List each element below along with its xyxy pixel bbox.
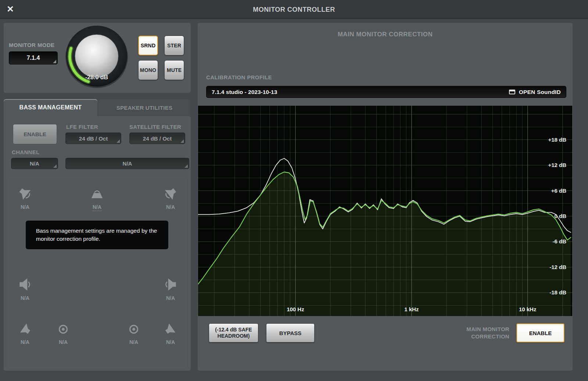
speaker-top-right: N/A xyxy=(126,322,141,345)
mute-button[interactable]: MUTE xyxy=(164,60,184,80)
correction-enable-button[interactable]: ENABLE xyxy=(516,323,564,342)
speaker-top-left-icon xyxy=(55,322,71,337)
svg-text:1 kHz: 1 kHz xyxy=(404,306,419,312)
lfe-filter-select: 24 dB / Oct xyxy=(65,133,121,144)
safe-headroom-button[interactable]: (-12.4 dB SAFE HEADROOM) xyxy=(209,323,258,342)
satellite-filter-value: 24 dB / Oct xyxy=(143,135,172,142)
svg-text:-12 dB: -12 dB xyxy=(549,264,566,270)
channel-value: N/A xyxy=(30,160,39,167)
dropdown-corner-icon xyxy=(53,60,56,63)
speaker-channel-label: N/A xyxy=(166,339,175,345)
svg-text:+6 dB: +6 dB xyxy=(551,188,566,194)
speaker-channel-label: N/A xyxy=(93,204,101,211)
title-bar: ✕ MONITOR CONTROLLER xyxy=(0,0,588,19)
speaker-center-icon xyxy=(89,186,105,202)
speaker-channel-label: N/A xyxy=(166,295,175,301)
tab-bass-management[interactable]: BASS MANAGEMENT xyxy=(4,99,97,116)
channel-label: CHANNEL xyxy=(12,149,39,155)
speaker-rear-left-icon xyxy=(17,322,33,337)
speaker-rear-right: N/A xyxy=(163,322,178,345)
satellite-filter-select: 24 dB / Oct xyxy=(129,133,185,144)
profile-name: 7.1.4 studio - 2023-10-13 xyxy=(212,89,509,95)
app-window-icon xyxy=(509,90,515,94)
monitor-mode-value: 7.1.4 xyxy=(27,55,40,61)
mono-button[interactable]: MONO xyxy=(138,60,158,80)
speaker-top-right-icon xyxy=(126,322,141,337)
satellite-filter-label: SATELLITE FILTER xyxy=(129,124,181,130)
svg-text:0 dB: 0 dB xyxy=(554,213,566,219)
ster-button[interactable]: STER xyxy=(164,36,184,55)
calibration-profile-select[interactable]: 7.1.4 studio - 2023-10-13 OPEN SoundID xyxy=(206,86,566,98)
lfe-filter-value: 24 dB / Oct xyxy=(79,135,108,142)
calibration-profile-label: CALIBRATION PROFILE xyxy=(206,74,272,80)
crossover-select: N/A xyxy=(65,158,189,169)
speaker-channel-label: N/A xyxy=(166,204,175,210)
monitor-mode-label: MONITOR MODE xyxy=(9,42,55,48)
main-correction-panel: MAIN MONITOR CORRECTION CALIBRATION PROF… xyxy=(198,23,573,371)
main-monitor-correction-label: MAIN MONITOR CORRECTION xyxy=(440,326,509,340)
bypass-button[interactable]: BYPASS xyxy=(266,323,315,342)
channel-select: N/A xyxy=(11,158,58,169)
speaker-front-left-icon xyxy=(17,185,33,202)
speaker-channel-label: N/A xyxy=(129,339,138,345)
speaker-side-right-icon xyxy=(162,276,179,293)
speaker-rear-left: N/A xyxy=(17,322,33,345)
bass-enable-button: ENABLE xyxy=(13,124,57,144)
speaker-side-left-icon xyxy=(17,276,33,293)
correction-title: MAIN MONITOR CORRECTION xyxy=(198,31,573,38)
speaker-channel-label: N/A xyxy=(59,339,68,345)
svg-text:-18 dB: -18 dB xyxy=(549,289,566,295)
knob-cap xyxy=(75,35,118,78)
svg-text:+18 dB: +18 dB xyxy=(548,137,566,143)
dropdown-corner-icon xyxy=(53,164,57,168)
speaker-top-left: N/A xyxy=(55,322,71,345)
svg-text:+12 dB: +12 dB xyxy=(548,162,566,168)
svg-text:10 kHz: 10 kHz xyxy=(519,306,537,312)
dropdown-corner-icon xyxy=(116,139,120,143)
dropdown-corner-icon xyxy=(184,164,188,168)
frequency-response-chart: +18 dB+12 dB+6 dB0 dB-6 dB-12 dB-18 dB10… xyxy=(198,106,572,316)
svg-text:-6 dB: -6 dB xyxy=(553,238,567,244)
speaker-side-left: N/A xyxy=(17,276,33,301)
monitor-section: MONITOR MODE 7.1.4 -28.0 dB SRND xyxy=(4,23,191,93)
speaker-front-left: N/A xyxy=(17,185,33,210)
speaker-rear-right-icon xyxy=(163,322,178,337)
tab-speaker-utilities[interactable]: SPEAKER UTILITIES xyxy=(98,99,191,116)
speaker-side-right: N/A xyxy=(162,276,179,301)
bass-management-notice: Bass management settings are managed by … xyxy=(26,221,168,249)
volume-readout: -28.0 dB xyxy=(65,74,129,81)
lfe-filter-label: LFE FILTER xyxy=(66,124,98,130)
speaker-channel-label: N/A xyxy=(21,204,29,210)
crossover-value: N/A xyxy=(123,160,132,167)
speaker-channel-label: N/A xyxy=(21,295,29,301)
speaker-layout-box: N/A N/A N/A N/A N/A N/A xyxy=(8,177,186,368)
window-title: MONITOR CONTROLLER xyxy=(0,0,588,19)
monitor-mode-select[interactable]: 7.1.4 xyxy=(9,51,58,65)
speaker-front-right: N/A xyxy=(162,185,179,210)
open-soundid-button[interactable]: OPEN SoundID xyxy=(519,89,561,95)
svg-text:100 Hz: 100 Hz xyxy=(287,306,304,312)
speaker-channel-label: N/A xyxy=(21,339,29,345)
speaker-front-right-icon xyxy=(162,185,179,202)
speaker-center: N/A xyxy=(89,186,105,211)
bass-management-panel: ENABLE LFE FILTER 24 dB / Oct SATELLITE … xyxy=(4,116,191,371)
srnd-button[interactable]: SRND xyxy=(138,36,158,55)
dropdown-corner-icon xyxy=(180,139,184,143)
